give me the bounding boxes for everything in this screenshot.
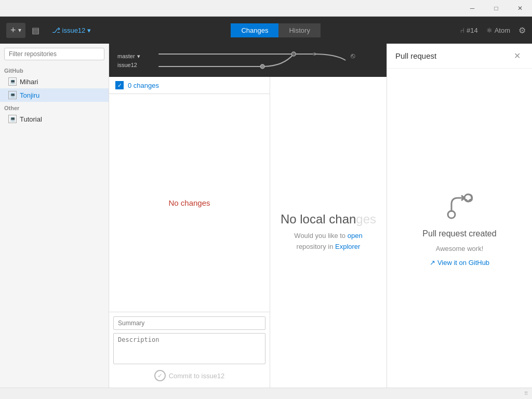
pr-created-icon [443,190,476,223]
changes-list: ✓ 0 changes No changes [109,77,270,388]
view-on-github-link[interactable]: ↗ View it on GitHub [430,259,489,267]
external-link-icon: ↗ [430,259,435,267]
changes-area: ✓ 0 changes No changes [109,77,387,388]
branch-dropdown-icon: ▾ [87,26,91,34]
branch-labels: master ▾ issue12 [117,53,140,68]
issue12-branch-label: issue12 [117,62,140,68]
master-dropdown-icon: ▾ [137,53,140,60]
minimize-button[interactable]: ─ [460,0,484,17]
github-section-label: GitHub [0,64,109,75]
sidebar-item-label-tonjiru: Tonjiru [20,91,39,99]
pr-created-title: Pull request created [422,229,496,238]
sidebar-item-tutorial[interactable]: 💻 Tutorial [0,112,109,126]
resize-handle[interactable]: ⠿ [524,391,528,396]
maximize-button[interactable]: □ [484,0,508,17]
status-bar: ⠿ [0,388,532,399]
pr-fork-icon: ⑁ [460,26,464,34]
repo-icon-mihari: 💻 [8,77,17,86]
sidebar: GitHub 💻 Mihari 💻 Tonjiru Other 💻 Tutori… [0,44,109,388]
view-on-github-label: View it on GitHub [437,259,489,267]
master-label-text: master [117,53,135,59]
svg-point-2 [291,52,296,56]
branch-graph-svg: ⎋ [147,48,378,73]
commit-check-icon: ✓ [157,372,163,379]
pr-number: #14 [467,26,478,34]
sidebar-item-label-tutorial: Tutorial [20,115,42,123]
summary-input[interactable] [113,316,265,330]
pr-panel-content: Pull request created Awesome work! ↗ Vie… [387,69,532,388]
plus-icon: + [10,25,16,36]
changes-count: 0 changes [128,82,159,89]
repo-icon-tutorial: 💻 [8,115,17,123]
pr-close-button[interactable]: ✕ [511,50,524,62]
no-local-changes-title: No local changes [281,212,376,227]
content-area: GitHub 💻 Mihari 💻 Tonjiru Other 💻 Tutori… [0,44,532,388]
pr-panel-header: Pull request ✕ [387,44,532,69]
sidebar-item-tonjiru[interactable]: 💻 Tonjiru [0,88,109,102]
select-all-checkbox[interactable]: ✓ [115,81,124,89]
svg-point-3 [260,64,264,69]
pull-request-link[interactable]: ⑁ #14 [460,26,478,34]
atom-icon: ⚛ [486,26,493,34]
dropdown-arrow-icon: ▾ [18,26,21,34]
repo-icon-tonjiru: 💻 [8,91,17,99]
pull-request-panel: Pull request ✕ Pull request created Awes… [387,44,532,388]
toggle-sidebar-button[interactable]: ▤ [30,23,42,37]
sidebar-item-mihari[interactable]: 💻 Mihari [0,75,109,88]
commit-circle-icon: ✓ [154,370,166,381]
commit-form: ✓ Commit to issue12 [109,312,270,388]
diff-panel: No local changes Would you like to open … [270,77,387,388]
no-local-changes-subtitle: Would you like to open repository in Exp… [294,231,362,252]
graph-area: master ▾ issue12 [109,44,387,77]
master-branch-label: master ▾ [117,53,140,60]
changes-empty-state: No changes [109,94,270,312]
tab-changes[interactable]: Changes [231,23,278,37]
close-button[interactable]: ✕ [508,0,532,17]
settings-button[interactable]: ⚙ [518,25,526,35]
window-chrome: ─ □ ✕ [0,0,532,17]
branch-icon: ⎇ [52,26,60,34]
explorer-link[interactable]: Explorer [335,243,360,250]
atom-link[interactable]: ⚛ Atom [486,26,510,34]
changes-header: ✓ 0 changes [109,77,270,94]
other-section-label: Other [0,102,109,112]
description-textarea[interactable] [113,333,265,364]
filter-repositories-input[interactable] [4,48,104,60]
pr-created-subtitle: Awesome work! [436,245,484,252]
add-repository-button[interactable]: + ▾ [6,23,25,38]
toolbar-right: ⑁ #14 ⚛ Atom ⚙ [460,25,526,35]
commit-label: Commit to issue12 [169,372,225,380]
main-panel: master ▾ issue12 [109,44,387,388]
branch-selector[interactable]: ⎇ issue12 ▾ [52,26,91,34]
tab-history[interactable]: History [278,23,320,37]
issue12-label-text: issue12 [117,62,137,68]
tab-bar: Changes History [95,23,456,37]
sidebar-item-label-mihari: Mihari [20,78,38,86]
toolbar: + ▾ ▤ ⎇ issue12 ▾ Changes History ⑁ #14 … [0,17,532,44]
checkmark-icon: ✓ [117,82,122,89]
atom-label: Atom [495,26,510,34]
toolbar-left: + ▾ ▤ [6,23,42,38]
svg-point-6 [448,211,455,218]
commit-button-row: ✓ Commit to issue12 [113,366,265,383]
open-explorer-link[interactable]: open [348,232,363,240]
pr-panel-title: Pull request [395,51,436,60]
svg-text:⎋: ⎋ [351,51,355,60]
commit-button[interactable]: ✓ Commit to issue12 [154,370,225,381]
no-changes-label: No changes [168,198,210,207]
branch-name: issue12 [62,26,86,34]
